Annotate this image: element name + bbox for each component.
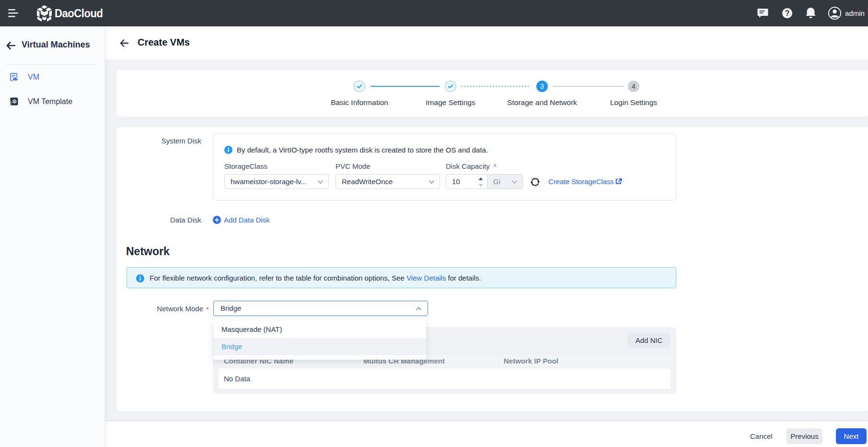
svg-text:?: ? bbox=[785, 9, 790, 17]
